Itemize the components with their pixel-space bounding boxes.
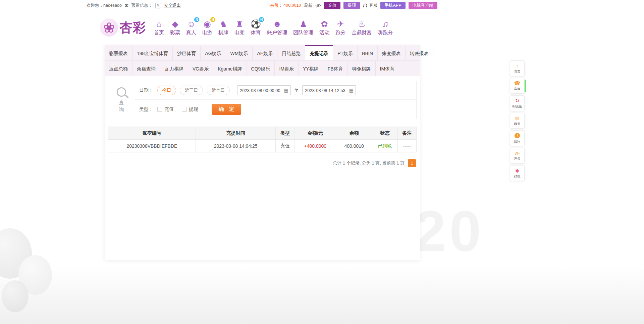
home-icon: ⌂ <box>156 19 161 29</box>
team-management-icon: ♟ <box>300 19 307 29</box>
col-header-balance: 余额 <box>336 127 372 140</box>
tab-item[interactable]: 日结总览 <box>277 45 305 60</box>
type-label: 类型： <box>139 106 153 112</box>
tab-item[interactable]: 账变报表 <box>378 45 406 60</box>
side-home-button[interactable]: ↑ 首页 <box>510 60 525 76</box>
deposit-button[interactable]: 充值 <box>324 2 340 9</box>
tab-item[interactable]: AG娱乐 <box>201 45 226 60</box>
quick-range-today[interactable]: 今日 <box>157 86 176 95</box>
nav-item-sports[interactable]: N ⚽ 体育 <box>248 19 264 36</box>
logout-link[interactable]: 安全退出 <box>164 3 181 8</box>
faint-number-decoration: 20 <box>414 198 484 264</box>
account-management-icon: ☻ <box>273 19 281 29</box>
quick-range-7days[interactable]: 近七日 <box>207 86 230 95</box>
date-from-field[interactable]: ▦ <box>237 85 291 95</box>
tab-item[interactable]: 彩票报表 <box>105 45 132 60</box>
nav-item-account[interactable]: ☻ 账户管理 <box>264 19 290 36</box>
type-deposit-option[interactable]: 充值 <box>157 106 174 112</box>
quick-range-3days[interactable]: 近三日 <box>180 86 203 95</box>
tab-item[interactable]: IM娱乐 <box>275 61 299 76</box>
page-root: 20 欢迎您，hadesado ✉ 预留信息： ✎ 安全退出 余额：400.00… <box>0 0 644 324</box>
edit-reserved-icon[interactable]: ✎ <box>155 3 161 8</box>
tab-item[interactable]: CQ9娱乐 <box>247 61 275 76</box>
esports-icon: ♜ <box>236 19 243 29</box>
calendar-icon[interactable]: ▦ <box>284 88 288 93</box>
new-badge: N <box>259 17 264 22</box>
hi-paofen-icon: ♫ <box>382 19 388 29</box>
date-from-input[interactable] <box>240 88 282 93</box>
refresh-balance-link[interactable]: 刷新 <box>304 3 312 8</box>
magnifier-icon <box>117 87 126 97</box>
confirm-button[interactable]: 确 定 <box>212 104 241 115</box>
type-withdraw-option[interactable]: 提现 <box>182 106 198 112</box>
nav-item-lottery[interactable]: ◆ 彩票 <box>167 19 183 36</box>
side-service-button[interactable]: ☎ 客服 <box>510 78 525 94</box>
side-question-button[interactable]: ! 疑问 <box>510 130 525 146</box>
up-arrow-icon: ↑ <box>516 63 519 68</box>
nav-item-esports[interactable]: ♜ 电竞 <box>231 19 248 36</box>
nav-item-activity[interactable]: ✿ 活动 <box>316 19 332 36</box>
tab-item[interactable]: 特免棋牌 <box>348 61 376 76</box>
deposit-checkbox[interactable] <box>157 107 162 112</box>
mobile-app-button[interactable]: 手机APP <box>380 2 405 9</box>
tab-item[interactable]: BBIN <box>358 45 378 60</box>
cell-status: 已到账 <box>372 140 398 152</box>
tab-item[interactable]: 余额查询 <box>132 61 160 76</box>
tab-item[interactable]: VG娱乐 <box>188 61 213 76</box>
hide-balance-icon[interactable] <box>315 3 321 8</box>
side-idle-button[interactable]: ◆ 挂机 <box>510 165 525 181</box>
balance-text: 余额：400.0010 <box>270 3 301 8</box>
customer-service-link[interactable]: 客服 <box>363 3 377 8</box>
tab-item[interactable]: 瓦力棋牌 <box>160 61 188 76</box>
nav-item-chess[interactable]: ♞ 棋牌 <box>215 19 231 36</box>
message-envelope-icon[interactable]: ✉ <box>125 3 128 8</box>
nav-item-egames[interactable]: H ◉ 电游 <box>199 19 215 36</box>
withdraw-checkbox[interactable] <box>182 107 187 112</box>
tab-item[interactable]: WM娱乐 <box>226 45 253 60</box>
pagination-summary: 总计 1 个记录, 分为 1 页, 当前第 1 页 <box>333 160 405 166</box>
tab-item[interactable]: IM体育 <box>376 61 399 76</box>
hot-badge: H <box>210 17 215 22</box>
report-tabs-row2: 返点总额 余额查询 瓦力棋牌 VG娱乐 Kgame棋牌 CQ9娱乐 IM娱乐 Y… <box>105 61 420 76</box>
balloon-decoration <box>2 280 29 312</box>
welcome-text: 欢迎您，hadesado <box>87 3 122 8</box>
side-im-recharge-button[interactable]: ↻ IM充值 <box>510 95 525 111</box>
tab-item[interactable]: 返点总额 <box>105 61 132 76</box>
main-panel: 彩票报表 188金宝博体育 沙巴体育 AG娱乐 WM娱乐 AE娱乐 日结总览 充… <box>105 45 420 260</box>
table-header-row: 账变编号 充提时间 类型 金额/元 余额 状态 备注 <box>108 127 417 140</box>
cell-time: 2023-03-08 14:04:25 <box>196 140 276 152</box>
date-to-field[interactable]: ▦ <box>302 85 356 95</box>
side-sound-button[interactable]: ♬ 声音 <box>510 148 525 164</box>
exclamation-circle-icon: ! <box>515 133 520 138</box>
nav-item-home[interactable]: ⌂ 首页 <box>151 19 167 36</box>
tab-item[interactable]: PT娱乐 <box>333 45 358 60</box>
nav-item-paofen[interactable]: ✈ 跑分 <box>332 19 348 36</box>
tab-item[interactable]: FB体育 <box>323 61 348 76</box>
withdraw-button[interactable]: 提现 <box>343 2 360 9</box>
pc-client-button[interactable]: 电脑客户端 <box>409 2 438 9</box>
site-logo[interactable]: ❀ 杏彩 <box>100 18 146 37</box>
balance-label: 余额： <box>270 3 283 8</box>
query-filter-box: 查询 日期： 今日 近三日 近七日 ▦ 至 <box>108 81 417 119</box>
side-chat-button[interactable]: ✉ 聊天 <box>510 113 525 129</box>
nav-item-team[interactable]: ♟ 团队管理 <box>290 19 316 36</box>
page-1-button[interactable]: 1 <box>408 159 416 167</box>
tab-row-filler <box>399 61 420 76</box>
site-header: ❀ 杏彩 ⌂ 首页 ◆ 彩票 N ☺ 真人 H ◉ <box>0 11 644 44</box>
cell-type: 充值 <box>276 140 294 152</box>
tab-item[interactable]: YY棋牌 <box>299 61 323 76</box>
tab-item[interactable]: Kgame棋牌 <box>213 61 247 76</box>
calendar-icon[interactable]: ▦ <box>349 88 353 93</box>
nav-item-hipaofen[interactable]: ♫ 嗨跑分 <box>375 19 396 36</box>
tab-item[interactable]: AE娱乐 <box>253 45 277 60</box>
col-header-transaction-id: 账变编号 <box>108 127 196 140</box>
tab-item[interactable]: 转账报表 <box>406 45 433 60</box>
nav-item-live[interactable]: N ☺ 真人 <box>183 19 199 36</box>
nav-item-wealth[interactable]: ♨ 金鼎财富 <box>348 19 375 36</box>
date-to-input[interactable] <box>305 88 347 93</box>
tab-item[interactable]: 沙巴体育 <box>173 45 201 60</box>
tab-item[interactable]: 188金宝博体育 <box>132 45 173 60</box>
chat-bubble-icon: ✉ <box>515 115 520 121</box>
tab-deposit-withdrawal-records[interactable]: 充提记录 <box>305 45 333 60</box>
chess-cards-icon: ♞ <box>220 19 227 29</box>
